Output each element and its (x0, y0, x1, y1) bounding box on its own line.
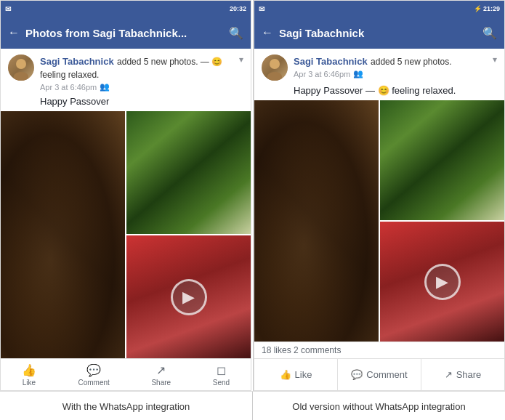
left-avatar-img (8, 54, 34, 81)
left-nav-title: Photos from Sagi Tabachnick... (25, 27, 223, 39)
right-avatar-img (262, 54, 288, 81)
right-post-meta: Apr 3 at 6:46pm 👥 (294, 69, 487, 78)
left-post-container: Sagi Tabachnick added 5 new photos. — 😊 … (1, 49, 251, 390)
left-post-username: Sagi Tabachnick (40, 56, 114, 67)
right-status-left: ✉ (259, 5, 264, 13)
right-post-action: added 5 new photos. (371, 57, 451, 67)
left-status-bar: ✉ 20:32 (1, 1, 251, 17)
right-friend-icon: 👥 (353, 69, 363, 78)
left-time: 20:32 (230, 5, 246, 12)
right-post-username: Sagi Tabachnick (294, 56, 368, 67)
right-like-button[interactable]: 👍 Like (254, 359, 338, 390)
left-send-icon: ◻ (217, 363, 226, 377)
left-status-left: ✉ (5, 5, 11, 13)
right-post-header: Sagi Tabachnick added 5 new photos. Apr … (254, 49, 504, 84)
captions-row: With the WhatsApp integration Old versio… (0, 391, 505, 420)
right-likes-bar: 18 likes 2 comments (254, 342, 504, 358)
left-post-text: Happy Passover (1, 94, 251, 111)
right-post-container: Sagi Tabachnick added 5 new photos. Apr … (254, 49, 504, 390)
right-action-bar: 👍 Like 💬 Comment ↗ Share (254, 358, 504, 390)
right-phone-panel: ✉ ⚡ 21:29 ← Sagi Tabachnick 🔍 Sagi Tabac… (254, 0, 505, 391)
left-share-icon: ↗ (156, 363, 166, 377)
right-post-date: Apr 3 at 6:46pm (294, 70, 350, 78)
right-comment-label: Comment (366, 369, 407, 380)
right-back-button[interactable]: ← (262, 26, 273, 39)
left-comment-button[interactable]: 💬 Comment (78, 363, 109, 387)
right-avatar (262, 54, 288, 81)
left-post-date: Apr 3 at 6:46pm (40, 83, 97, 92)
right-post-info: Sagi Tabachnick added 5 new photos. Apr … (294, 54, 487, 78)
right-photo-3[interactable]: ▶ (380, 222, 504, 342)
left-photo-overlay: ▶ (171, 279, 207, 315)
left-post-info: Sagi Tabachnick added 5 new photos. — 😊 … (40, 54, 233, 92)
left-search-button[interactable]: 🔍 (229, 26, 243, 40)
right-share-button[interactable]: ↗ Share (421, 359, 504, 390)
right-nav-title: Sagi Tabachnick (279, 27, 477, 39)
left-notification-icon: ✉ (5, 5, 11, 13)
right-photo-2[interactable] (380, 100, 504, 220)
left-phone-panel: ✉ 20:32 ← Photos from Sagi Tabachnick...… (0, 0, 251, 391)
right-photo-1[interactable] (254, 100, 379, 342)
right-photo-overlay: ▶ (424, 264, 461, 300)
left-status-right: 20:32 (230, 5, 246, 12)
left-photo-3[interactable]: ▶ (126, 235, 251, 358)
right-nav-bar: ← Sagi Tabachnick 🔍 (254, 17, 504, 49)
left-avatar (8, 54, 34, 81)
left-like-button[interactable]: 👍 Like (22, 363, 36, 387)
right-bluetooth-icon: ⚡ (474, 5, 482, 12)
left-share-label: Share (151, 379, 171, 387)
left-post-meta: Apr 3 at 6:46pm 👥 (40, 82, 233, 92)
right-notification-icon: ✉ (259, 5, 264, 13)
right-search-button[interactable]: 🔍 (482, 26, 497, 40)
left-caption: With the WhatsApp integration (0, 392, 252, 420)
right-like-icon: 👍 (280, 369, 291, 380)
right-share-icon: ↗ (445, 369, 453, 380)
right-caption: Old version without WhatsApp integration (253, 392, 505, 420)
left-photo-2[interactable] (126, 111, 251, 234)
right-like-label: Like (295, 369, 312, 380)
right-comment-icon: 💬 (351, 369, 363, 380)
left-photo-grid: ▶ (1, 111, 251, 358)
right-comment-button[interactable]: 💬 Comment (338, 359, 421, 390)
right-time: 21:29 (483, 5, 500, 12)
right-expand-icon[interactable]: ▾ (493, 54, 497, 65)
right-status-right: ⚡ 21:29 (474, 5, 500, 12)
left-nav-bar: ← Photos from Sagi Tabachnick... 🔍 (1, 17, 251, 49)
right-post-text: Happy Passover — 😊 feeling relaxed. (254, 84, 504, 100)
left-post-header: Sagi Tabachnick added 5 new photos. — 😊 … (1, 49, 251, 94)
left-comment-label: Comment (78, 379, 109, 387)
left-like-label: Like (23, 379, 36, 387)
left-photo-1[interactable] (1, 111, 125, 358)
right-share-label: Share (456, 369, 482, 380)
left-like-icon: 👍 (22, 363, 36, 377)
right-photo-grid: ▶ (254, 100, 504, 342)
left-send-label: Send (213, 379, 230, 387)
left-back-button[interactable]: ← (8, 26, 20, 39)
left-friend-icon: 👥 (100, 82, 110, 92)
left-expand-icon[interactable]: ▾ (239, 54, 243, 65)
left-send-button[interactable]: ◻ Send (213, 363, 230, 387)
right-status-bar: ✉ ⚡ 21:29 (254, 1, 504, 17)
left-share-button[interactable]: ↗ Share (151, 363, 171, 387)
left-action-bar: 👍 Like 💬 Comment ↗ Share ◻ Send (1, 358, 251, 390)
left-comment-icon: 💬 (86, 363, 101, 377)
